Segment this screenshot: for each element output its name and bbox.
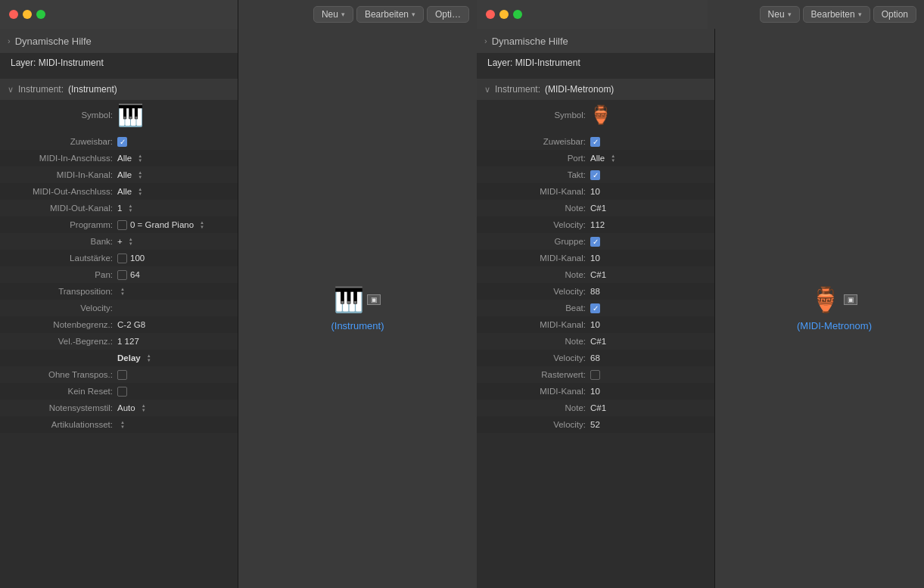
prop-note-1: Note: C#1 (477, 200, 714, 216)
neu-button-2[interactable]: Neu ▾ (760, 6, 800, 23)
label-midi-kanal-1: MIDI-Kanal: (484, 187, 590, 196)
symbol-label-2: Symbol: (484, 110, 590, 120)
val-rasterwert (590, 370, 600, 380)
checkbox-beat[interactable]: ✓ (590, 303, 600, 313)
val-takt: ✓ (590, 170, 600, 180)
stepper-bank[interactable]: ▲▼ (129, 237, 133, 246)
stepper-transposition[interactable]: ▲▼ (120, 287, 125, 296)
close-button-2[interactable] (486, 10, 495, 19)
instrument-name-2[interactable]: (MIDI-Metronom) (797, 320, 872, 331)
val-note-3: C#1 (590, 337, 606, 346)
optionen-label-1: Opti… (435, 9, 461, 20)
label-notenbegrenz: Notenbegrenz.: (8, 320, 117, 329)
checkbox-gruppe[interactable]: ✓ (590, 237, 600, 247)
prop-pan: Pan: 64 (0, 266, 238, 283)
stepper-port[interactable]: ▲▼ (611, 154, 615, 163)
label-midi-in-kanal: MIDI-In-Kanal: (8, 170, 117, 179)
checkbox-zuweisbar-2[interactable]: ✓ (590, 137, 600, 147)
prop-notensystemstil: Notensystemstil: Auto ▲▼ (0, 400, 238, 416)
optionen-button-1[interactable]: Opti… (427, 6, 469, 23)
flag-icon-1: ▣ (367, 294, 381, 305)
val-midi-kanal-2: 10 (590, 254, 600, 263)
label-zuweisbar-2: Zuweisbar: (484, 137, 590, 146)
instrument-value-1: (Instrument) (68, 84, 117, 95)
text-pan: 64 (130, 270, 140, 279)
instrument-name-1[interactable]: (Instrument) (331, 320, 384, 331)
prop-velocity2-3: Velocity: 68 (477, 350, 714, 366)
neu-button-1[interactable]: Neu ▾ (313, 6, 353, 23)
label-midi-out-kanal: MIDI-Out-Kanal: (8, 204, 117, 213)
checkbox-lautstaerke[interactable] (117, 254, 127, 263)
val-lautstaerke: 100 (117, 254, 145, 263)
layer-label-1: Layer: (11, 58, 36, 68)
label-midi-in-anschluss: MIDI-In-Anschluss: (8, 154, 117, 163)
prop-midi-kanal-1: MIDI-Kanal: 10 (477, 183, 714, 200)
prop-lautstaerke: Lautstärke: 100 (0, 250, 238, 266)
val-programm: 0 = Grand Piano ▲▼ (117, 220, 204, 230)
val-kein-reset (117, 387, 127, 397)
dyn-hilfe-label-1: Dynamische Hilfe (15, 36, 92, 47)
instrument-value-2: (MIDI-Metronom) (545, 84, 614, 95)
checkbox-rasterwert[interactable] (590, 370, 600, 380)
bearbeiten-button-2[interactable]: Bearbeiten ▾ (803, 6, 870, 23)
prop-midi-kanal-4: MIDI-Kanal: 10 (477, 383, 714, 400)
val-midi-kanal-4: 10 (590, 387, 600, 396)
label-transposition: Transposition: (8, 287, 117, 296)
checkbox-pan[interactable] (117, 270, 127, 280)
label-velocity2-1: Velocity: (484, 220, 590, 229)
text-note-1: C#1 (590, 204, 606, 213)
label-bank: Bank: (8, 237, 117, 246)
val-velocity2-2: 88 (590, 287, 600, 296)
text-midi-kanal-1: 10 (590, 187, 600, 196)
text-lautstaerke: 100 (130, 254, 145, 263)
text-midi-kanal-4: 10 (590, 387, 600, 396)
checkbox-takt[interactable]: ✓ (590, 170, 600, 180)
bearbeiten-button-1[interactable]: Bearbeiten ▾ (356, 6, 424, 23)
prop-note-3: Note: C#1 (477, 333, 714, 350)
prop-transposition: Transposition: ▲▼ (0, 283, 238, 300)
stepper-midi-in-kanal[interactable]: ▲▼ (138, 170, 142, 179)
checkbox-ohne-transpos[interactable] (117, 370, 127, 380)
prop-velocity2-1: Velocity: 112 (477, 216, 714, 233)
instrument-header-1[interactable]: ∨ Instrument: (Instrument) (0, 79, 238, 100)
neu-label-2: Neu (768, 9, 785, 20)
maximize-button-1[interactable] (36, 10, 45, 19)
label-midi-kanal-3: MIDI-Kanal: (484, 320, 590, 329)
bearbeiten-chevron-1: ▾ (412, 11, 415, 18)
stepper-notensystemstil[interactable]: ▲▼ (142, 403, 146, 412)
checkbox-zuweisbar-1[interactable]: ✓ (117, 137, 127, 147)
minimize-button-1[interactable] (23, 10, 32, 19)
prop-zuweisbar-2: Zuweisbar: ✓ (477, 133, 714, 150)
flag-icon-2: ▣ (844, 294, 857, 305)
minimize-button-2[interactable] (499, 10, 509, 19)
label-port: Port: (484, 154, 590, 163)
dyn-hilfe-2[interactable]: › Dynamische Hilfe (477, 29, 714, 53)
label-velocity2-3: Velocity: (484, 353, 590, 362)
prop-midi-out-anschluss: MIDI-Out-Anschluss: Alle ▲▼ (0, 183, 238, 200)
close-button-1[interactable] (9, 10, 18, 19)
expand-icon-2: ∨ (484, 85, 490, 95)
prop-label-zuweisbar-1: Zuweisbar: (8, 137, 117, 146)
text-velocity2-3: 68 (590, 353, 600, 362)
stepper-midi-out-kanal[interactable]: ▲▼ (128, 204, 132, 213)
stepper-delay[interactable]: ▲▼ (147, 353, 151, 362)
instrument-header-2[interactable]: ∨ Instrument: (MIDI-Metronom) (477, 79, 714, 100)
prop-note-2: Note: C#1 (477, 266, 714, 283)
expand-icon-1: ∨ (8, 85, 14, 95)
stepper-midi-in-anschluss[interactable]: ▲▼ (138, 154, 142, 163)
maximize-button-2[interactable] (513, 10, 522, 19)
val-velocity2-1: 112 (590, 220, 605, 229)
stepper-programm[interactable]: ▲▼ (200, 220, 204, 229)
label-kein-reset: Kein Reset: (8, 387, 117, 396)
stepper-artikulationsset[interactable]: ▲▼ (120, 420, 125, 429)
checkbox-programm[interactable] (117, 220, 127, 230)
dyn-hilfe-1[interactable]: › Dynamische Hilfe (0, 29, 238, 53)
stepper-midi-out-anschluss[interactable]: ▲▼ (138, 187, 142, 196)
checkbox-kein-reset[interactable] (117, 387, 127, 397)
val-note-2: C#1 (590, 270, 606, 279)
label-takt: Takt: (484, 170, 590, 179)
optionen-button-2[interactable]: Option (873, 6, 916, 23)
val-velocity2-4: 52 (590, 420, 600, 429)
prop-value-zuweisbar-1: ✓ (117, 137, 127, 147)
label-rasterwert: Rasterwert: (484, 370, 590, 379)
